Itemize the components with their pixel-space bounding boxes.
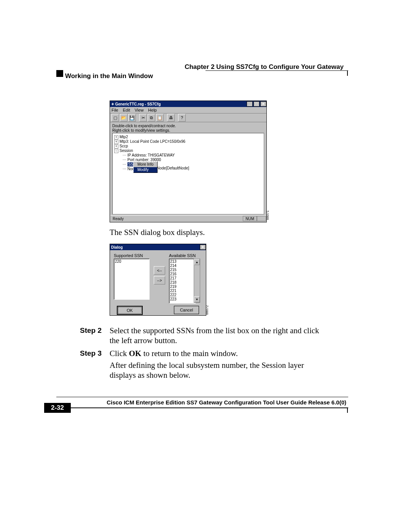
list-item[interactable]: 220 <box>115 259 148 264</box>
figure-ref-2: 88072 <box>205 305 209 315</box>
toolbar: ▢ 📂 💾 ✂ ⧉ 📋 🖶 ? <box>110 113 266 122</box>
tree-mtp2[interactable]: Mtp2 <box>119 135 128 139</box>
copy-icon[interactable]: ⧉ <box>148 114 155 121</box>
caption-1: The SSN dialog box displays. <box>110 227 327 237</box>
supported-ssn-label: Supported SSN <box>114 253 143 258</box>
close-icon[interactable]: ✕ <box>260 101 266 107</box>
list-item[interactable]: 218 <box>170 280 194 284</box>
footer-rule-bottom <box>71 407 348 408</box>
maximize-icon[interactable]: □ <box>253 101 260 107</box>
chapter-title: Chapter 2 Using SS7Cfg to Configure Your… <box>185 63 344 71</box>
footer-tick <box>347 407 348 413</box>
dialog-title-bar[interactable]: Dialog ✕ <box>110 244 206 250</box>
list-item[interactable]: 214 <box>170 264 194 268</box>
figure-ref-1: 88071 <box>265 210 269 220</box>
step3-text: Click OK to return to the main window. <box>110 348 327 358</box>
minimize-icon[interactable]: _ <box>247 101 253 107</box>
print-icon[interactable]: 🖶 <box>167 114 175 121</box>
ctx-more-info[interactable]: More Info <box>134 162 157 167</box>
open-icon[interactable]: 📂 <box>120 114 127 121</box>
tree-sccp[interactable]: Sccp <box>119 144 128 148</box>
available-ssn-label: Available SSN <box>169 253 196 258</box>
tree-session[interactable]: Session <box>119 149 133 153</box>
page-number: 2-32 <box>44 403 71 413</box>
move-left-button[interactable]: <-- <box>154 266 165 275</box>
list-item[interactable]: 219 <box>170 284 194 289</box>
status-ready: Ready <box>110 217 124 221</box>
header-tick <box>347 70 348 76</box>
ss7cfg-window: ✦ GenericTTC.reg - SS7Cfg _ □ ✕ File Edi… <box>110 101 267 222</box>
scroll-down-icon[interactable]: ▼ <box>194 296 200 302</box>
tree-node-tail: Node[DefaultNode] <box>157 166 189 171</box>
header-square <box>56 70 63 77</box>
supported-ssn-list[interactable]: 220 <box>114 259 150 300</box>
move-right-button[interactable]: --> <box>154 276 165 284</box>
list-item[interactable]: 222 <box>170 293 194 297</box>
menu-edit[interactable]: Edit <box>123 108 130 112</box>
step3-label: Step 3 <box>80 349 102 358</box>
menu-help[interactable]: Help <box>148 108 157 112</box>
available-ssn-list[interactable]: 213 214 215 216 217 218 219 221 222 223 <box>169 259 196 304</box>
status-num: NUM <box>243 216 257 221</box>
menu-view[interactable]: View <box>135 108 144 112</box>
dialog-title: Dialog <box>111 245 123 249</box>
list-item[interactable]: 223 <box>170 297 194 301</box>
tree-mtp3[interactable]: Mtp3: Local Point Code LPC=150/0x96 <box>119 139 185 144</box>
context-menu[interactable]: More Info Modify <box>133 161 158 173</box>
title-bar[interactable]: ✦ GenericTTC.reg - SS7Cfg _ □ ✕ <box>110 101 266 107</box>
list-item[interactable]: 221 <box>170 289 194 293</box>
footer-rule-top <box>56 397 348 397</box>
save-icon[interactable]: 💾 <box>128 114 136 121</box>
menu-file[interactable]: File <box>112 108 118 112</box>
list-item[interactable]: 216 <box>170 272 194 276</box>
status-bar: Ready NUM <box>110 215 266 222</box>
step3-follow: After defining the local subsystem numbe… <box>110 360 327 380</box>
paste-icon[interactable]: 📋 <box>156 114 164 121</box>
list-item[interactable]: 217 <box>170 276 194 280</box>
available-scrollbar[interactable]: ▲ ▼ <box>194 259 200 303</box>
help-icon[interactable]: ? <box>178 114 186 121</box>
list-item[interactable]: 213 <box>170 259 194 264</box>
tree-ip[interactable]: IP Address: THISGATEWAY <box>127 153 175 157</box>
section-title: Working in the Main Window <box>65 72 153 80</box>
cut-icon[interactable]: ✂ <box>139 114 147 121</box>
ok-button[interactable]: OK <box>117 306 143 315</box>
header-rule <box>206 70 348 71</box>
scroll-up-icon[interactable]: ▲ <box>194 259 200 265</box>
hint-text: Double-click to expand/contract node. Ri… <box>110 122 266 134</box>
footer-title: Cisco ICM Enterprise Edition SS7 Gateway… <box>107 399 346 406</box>
app-icon: ✦ <box>111 102 114 106</box>
config-tree[interactable]: +Mtp2 +Mtp3: Local Point Code LPC=150/0x… <box>112 133 264 214</box>
new-icon[interactable]: ▢ <box>112 114 119 121</box>
cancel-button[interactable]: Cancel <box>174 306 199 314</box>
list-item[interactable]: 215 <box>170 268 194 272</box>
ssn-dialog: Dialog ✕ Supported SSN Available SSN 220… <box>110 244 206 316</box>
menu-bar: File Edit View Help <box>110 107 266 113</box>
step2-label: Step 2 <box>80 326 102 335</box>
dialog-close-icon[interactable]: ✕ <box>200 244 206 250</box>
step2-text: Select the supported SSNs from the list … <box>110 326 327 345</box>
ctx-modify[interactable]: Modify <box>134 167 157 173</box>
window-title: GenericTTC.reg - SS7Cfg <box>115 102 161 106</box>
